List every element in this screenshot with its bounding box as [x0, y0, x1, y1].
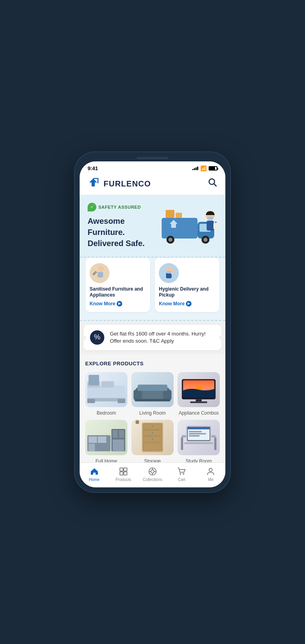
product-label-living-room: Living Room — [139, 410, 166, 416]
svg-point-109 — [183, 473, 184, 475]
svg-rect-35 — [138, 385, 167, 391]
nav-item-home[interactable]: Home — [84, 467, 104, 482]
product-img-full-home — [85, 420, 127, 455]
signal-icon — [192, 167, 198, 170]
nav-label-products: Products — [115, 477, 131, 482]
svg-point-103 — [151, 470, 154, 473]
hygienic-card-icon — [159, 263, 179, 283]
status-indicators: 📶 — [192, 165, 217, 171]
safety-cards-section: Sanitised Furniture and Appliances Know … — [80, 258, 225, 321]
svg-rect-42 — [190, 402, 207, 403]
svg-line-1 — [214, 184, 217, 186]
nav-label-me: Me — [208, 477, 213, 482]
svg-point-24 — [173, 270, 175, 272]
hero-illustration — [162, 204, 217, 248]
nav-item-products[interactable]: Products — [113, 467, 133, 482]
product-img-bedroom — [85, 372, 127, 407]
svg-rect-15 — [215, 221, 217, 223]
svg-point-110 — [209, 468, 212, 471]
nav-item-cart[interactable]: Cart — [172, 467, 192, 482]
product-item-storage[interactable]: Storage — [131, 420, 174, 462]
app-header: FURLENCO — [80, 173, 225, 195]
product-label-storage: Storage — [144, 458, 161, 462]
explore-section: EXPLORE PRODUCTS — [80, 354, 225, 462]
sanitised-card-title: Sanitised Furniture and Appliances — [90, 286, 146, 299]
product-item-bedroom[interactable]: Bedroom — [85, 372, 127, 416]
bottom-navigation: Home Products — [80, 462, 225, 487]
nav-label-cart: Cart — [178, 477, 186, 482]
phone-shell: 9:41 📶 — [75, 152, 230, 492]
svg-rect-55 — [143, 443, 162, 450]
svg-rect-48 — [113, 431, 118, 438]
phone-notch — [80, 157, 225, 159]
product-img-storage — [131, 420, 174, 455]
svg-rect-22 — [166, 271, 171, 274]
know-more-arrow-icon: ▶ — [117, 301, 122, 306]
svg-rect-21 — [166, 273, 172, 278]
svg-point-17 — [98, 266, 104, 272]
hygienic-know-more[interactable]: Know More ▶ — [159, 301, 192, 306]
product-item-appliances[interactable]: Appliance Combos — [178, 372, 220, 416]
collections-nav-icon — [148, 467, 157, 476]
svg-rect-2 — [162, 218, 197, 239]
svg-rect-61 — [181, 438, 183, 450]
svg-rect-100 — [120, 472, 123, 475]
phone-screen: 9:41 📶 — [80, 161, 225, 487]
svg-rect-9 — [166, 210, 174, 218]
explore-section-title: EXPLORE PRODUCTS — [85, 361, 220, 367]
product-img-living-room — [131, 372, 174, 407]
nav-label-home: Home — [89, 477, 100, 482]
product-item-study-room[interactable]: Study Room — [178, 420, 220, 462]
svg-rect-18 — [98, 272, 103, 277]
svg-rect-30 — [118, 399, 125, 403]
products-grid: Bedroom Livin — [85, 372, 220, 462]
sanitised-know-more[interactable]: Know More ▶ — [90, 301, 122, 306]
svg-rect-29 — [87, 399, 95, 403]
know-more-arrow-icon-2: ▶ — [186, 301, 192, 306]
logo-area: FURLENCO — [88, 177, 151, 191]
svg-point-108 — [180, 473, 181, 475]
sanitised-card-icon — [90, 263, 109, 283]
svg-rect-98 — [120, 468, 123, 471]
offer-icon: % — [90, 330, 104, 345]
safety-label: SAFETY ASSURED — [98, 205, 141, 209]
search-button[interactable] — [208, 178, 217, 190]
svg-rect-34 — [163, 390, 172, 400]
svg-point-6 — [168, 238, 172, 242]
product-img-study-room — [178, 420, 220, 455]
svg-rect-14 — [213, 223, 217, 229]
svg-point-58 — [152, 438, 153, 440]
svg-rect-66 — [188, 427, 209, 429]
hygienic-card[interactable]: Hygienic Delivery and Pickup Know More ▶ — [155, 258, 219, 312]
status-bar: 9:41 📶 — [80, 161, 225, 173]
svg-rect-99 — [124, 468, 127, 471]
logo-text: FURLENCO — [104, 179, 151, 188]
furlenco-logo-icon — [88, 177, 100, 191]
hygienic-card-title: Hygienic Delivery and Pickup — [159, 286, 215, 299]
svg-rect-70 — [184, 442, 213, 444]
hero-banner: ✓ SAFETY ASSURED Awesome Furniture. Deli… — [80, 195, 225, 258]
svg-point-56 — [152, 426, 153, 427]
sanitised-card[interactable]: Sanitised Furniture and Appliances Know … — [86, 258, 150, 312]
svg-point-57 — [152, 432, 153, 434]
battery-icon — [209, 166, 217, 171]
product-label-appliances: Appliance Combos — [179, 410, 219, 416]
product-label-full-home: Full Home — [96, 458, 117, 462]
hero-title: Awesome Furniture. Delivered Safe. — [88, 215, 162, 249]
safety-badge: ✓ SAFETY ASSURED — [88, 203, 162, 211]
product-label-bedroom: Bedroom — [97, 410, 116, 416]
svg-rect-49 — [119, 431, 124, 438]
offer-text: Get flat Rs 1600 off over 4 months. Hurr… — [110, 330, 215, 345]
cart-nav-icon — [177, 467, 186, 476]
product-item-living-room[interactable]: Living Room — [131, 372, 174, 416]
offer-banner[interactable]: % Get flat Rs 1600 off over 4 months. Hu… — [84, 325, 221, 350]
nav-item-me[interactable]: Me — [201, 467, 221, 482]
svg-rect-50 — [113, 440, 124, 452]
product-item-full-home[interactable]: Full Home — [85, 420, 127, 462]
shield-icon: ✓ — [88, 203, 96, 211]
status-time: 9:41 — [88, 165, 98, 171]
svg-rect-10 — [176, 213, 182, 218]
svg-rect-13 — [207, 221, 214, 231]
nav-item-collections[interactable]: Collections — [143, 467, 162, 482]
svg-rect-46 — [98, 436, 106, 443]
